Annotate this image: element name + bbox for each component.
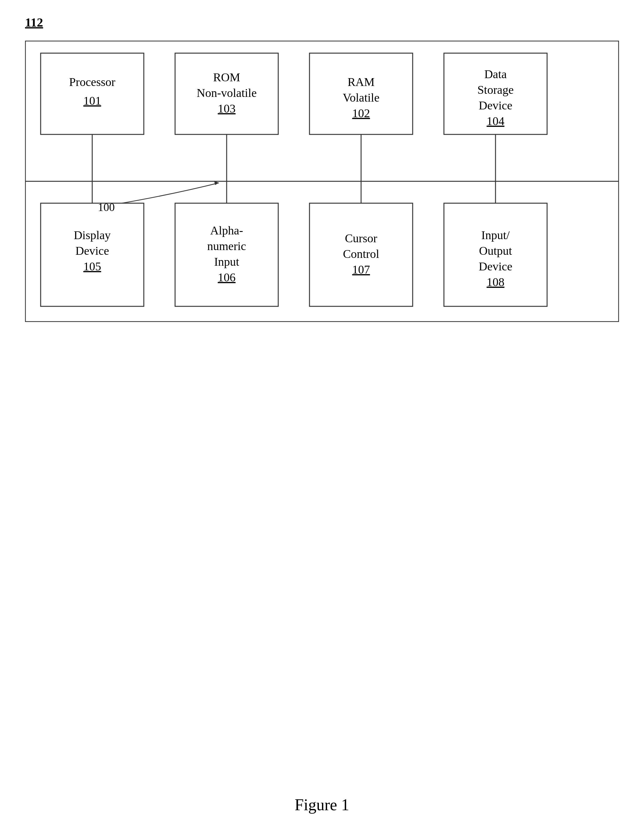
svg-text:Data: Data [484, 67, 507, 80]
svg-text:Display: Display [74, 228, 111, 241]
svg-text:108: 108 [487, 276, 504, 289]
svg-text:Alpha-: Alpha- [210, 224, 243, 237]
svg-rect-16 [175, 203, 278, 306]
svg-text:Device: Device [479, 260, 513, 273]
svg-text:Output: Output [479, 244, 512, 257]
diagram-svg: Processor 101 ROM Non-volatile 103 RAM V… [25, 41, 619, 322]
svg-rect-2 [41, 53, 144, 135]
svg-text:Input/: Input/ [481, 228, 510, 241]
svg-text:Storage: Storage [477, 83, 514, 96]
svg-text:RAM: RAM [348, 76, 375, 89]
svg-text:105: 105 [84, 260, 101, 273]
svg-text:Volatile: Volatile [343, 91, 380, 104]
svg-text:Control: Control [343, 247, 379, 260]
svg-text:107: 107 [352, 263, 370, 276]
svg-text:Device: Device [479, 99, 513, 112]
svg-text:numeric: numeric [207, 240, 246, 253]
svg-text:ROM: ROM [213, 71, 240, 84]
svg-text:102: 102 [352, 107, 370, 120]
page-number: 112 [25, 15, 43, 30]
svg-text:Input: Input [214, 255, 240, 268]
svg-text:100: 100 [98, 201, 115, 213]
svg-text:103: 103 [218, 102, 236, 115]
svg-text:Cursor: Cursor [345, 232, 377, 245]
svg-text:Device: Device [76, 244, 109, 257]
svg-text:106: 106 [218, 271, 236, 284]
svg-text:101: 101 [84, 94, 101, 107]
figure-caption: Figure 1 [0, 796, 644, 814]
svg-text:Processor: Processor [69, 76, 115, 89]
svg-text:104: 104 [487, 114, 504, 128]
svg-text:Non-volatile: Non-volatile [197, 86, 257, 99]
